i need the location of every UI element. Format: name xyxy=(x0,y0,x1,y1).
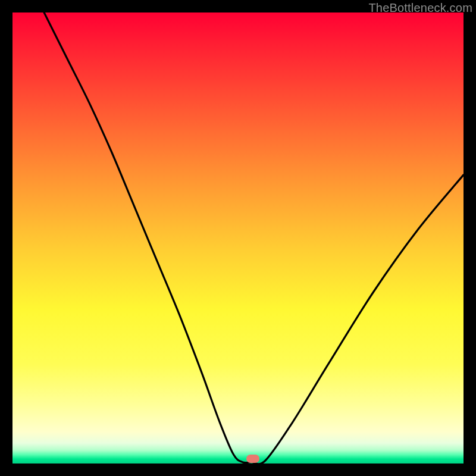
bottleneck-marker xyxy=(246,455,259,463)
chart-plot-area xyxy=(12,12,464,464)
watermark-text: TheBottleneck.com xyxy=(368,1,472,15)
curve-svg xyxy=(12,12,464,464)
bottleneck-curve xyxy=(44,12,464,464)
chart-stage: TheBottleneck.com xyxy=(0,0,476,476)
